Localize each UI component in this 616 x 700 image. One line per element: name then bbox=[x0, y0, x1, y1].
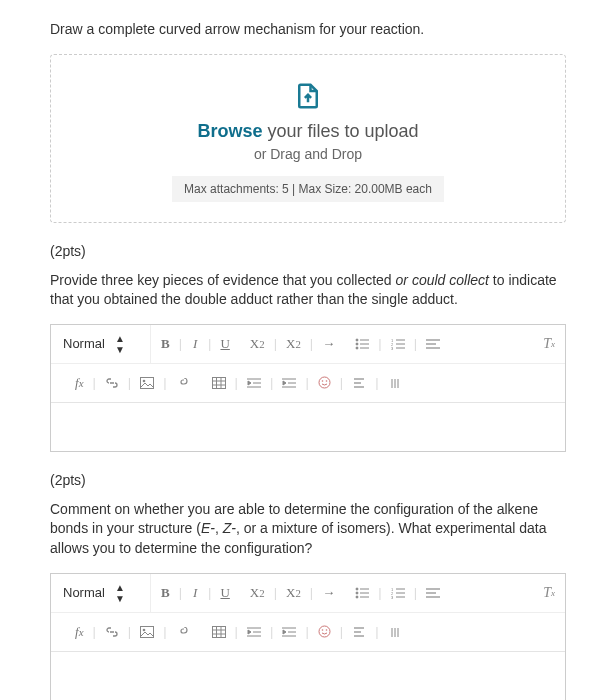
separator: | bbox=[232, 624, 241, 639]
select-arrows-icon: ▲▼ bbox=[115, 333, 125, 355]
arrow-button[interactable]: → bbox=[316, 574, 341, 612]
q2-text-italic: or could collect bbox=[396, 272, 489, 288]
separator: | bbox=[302, 624, 311, 639]
subscript-button[interactable]: X2 bbox=[244, 574, 271, 612]
upload-title-rest: your files to upload bbox=[262, 121, 418, 141]
bullet-list-button[interactable] bbox=[349, 325, 375, 363]
underline-button[interactable]: U bbox=[214, 574, 235, 612]
upload-limits: Max attachments: 5 | Max Size: 20.00MB e… bbox=[172, 176, 444, 202]
clear-format-button[interactable]: Tx bbox=[533, 574, 565, 612]
style-select[interactable]: Normal ▲▼ bbox=[51, 325, 151, 363]
editor-content-area[interactable] bbox=[51, 403, 565, 451]
upload-icon bbox=[293, 81, 323, 111]
image-button[interactable] bbox=[134, 364, 160, 402]
style-select[interactable]: Normal ▲▼ bbox=[51, 574, 151, 612]
svg-point-4 bbox=[356, 347, 358, 349]
separator: | bbox=[307, 585, 316, 600]
underline-button[interactable]: U bbox=[214, 325, 235, 363]
question-1-instruction: Draw a complete curved arrow mechanism f… bbox=[50, 20, 566, 40]
browse-link[interactable]: Browse bbox=[197, 121, 262, 141]
svg-point-30 bbox=[325, 380, 327, 382]
table-button[interactable] bbox=[206, 364, 232, 402]
clear-format-button[interactable]: Tx bbox=[533, 325, 565, 363]
indent-button[interactable] bbox=[276, 364, 302, 402]
svg-rect-17 bbox=[212, 377, 225, 388]
separator: | bbox=[271, 336, 280, 351]
separator: | bbox=[302, 375, 311, 390]
emoji-button[interactable] bbox=[312, 613, 337, 651]
question-3-points: (2pts) bbox=[50, 472, 566, 488]
bullet-list-button[interactable] bbox=[349, 574, 375, 612]
editor-content-area[interactable] bbox=[51, 652, 565, 700]
separator: | bbox=[160, 624, 169, 639]
svg-point-67 bbox=[325, 629, 327, 631]
rtl-button[interactable] bbox=[382, 613, 408, 651]
question-3-instruction: Comment on whether you are able to deter… bbox=[50, 500, 566, 559]
numbered-list-button[interactable]: 123 bbox=[385, 574, 411, 612]
numbered-list-button[interactable]: 123 bbox=[385, 325, 411, 363]
equation-button[interactable]: fx bbox=[69, 613, 89, 651]
upload-subtitle: or Drag and Drop bbox=[71, 146, 545, 162]
svg-point-29 bbox=[321, 380, 323, 382]
editor-toolbar: Normal ▲▼ B | I | U X2 | X2 | → | bbox=[51, 325, 565, 403]
separator: | bbox=[176, 336, 185, 351]
separator: | bbox=[205, 585, 214, 600]
svg-point-53 bbox=[143, 628, 146, 631]
outdent-button[interactable] bbox=[241, 613, 267, 651]
link-button[interactable] bbox=[99, 364, 125, 402]
attachment-button[interactable] bbox=[170, 364, 198, 402]
svg-point-37 bbox=[356, 588, 358, 590]
image-button[interactable] bbox=[134, 613, 160, 651]
svg-rect-54 bbox=[212, 626, 225, 637]
separator: | bbox=[125, 375, 134, 390]
separator: | bbox=[267, 624, 276, 639]
link-button[interactable] bbox=[99, 613, 125, 651]
italic-button[interactable]: I bbox=[185, 325, 205, 363]
separator: | bbox=[176, 585, 185, 600]
svg-point-28 bbox=[319, 377, 330, 388]
file-upload-dropzone[interactable]: Browse your files to upload or Drag and … bbox=[50, 54, 566, 223]
italic-button[interactable]: I bbox=[185, 574, 205, 612]
bold-button[interactable]: B bbox=[155, 325, 176, 363]
emoji-button[interactable] bbox=[312, 364, 337, 402]
outdent-button[interactable] bbox=[241, 364, 267, 402]
indent-button[interactable] bbox=[276, 613, 302, 651]
separator: | bbox=[267, 375, 276, 390]
svg-point-16 bbox=[143, 379, 146, 382]
arrow-button[interactable]: → bbox=[316, 325, 341, 363]
ltr-button[interactable] bbox=[346, 613, 372, 651]
separator: | bbox=[375, 585, 384, 600]
separator: | bbox=[337, 375, 346, 390]
svg-point-39 bbox=[356, 592, 358, 594]
svg-text:3: 3 bbox=[391, 346, 394, 350]
separator: | bbox=[160, 375, 169, 390]
svg-point-65 bbox=[319, 626, 330, 637]
equation-button[interactable]: fx bbox=[69, 364, 89, 402]
subscript-button[interactable]: X2 bbox=[244, 325, 271, 363]
svg-point-66 bbox=[321, 629, 323, 631]
separator: | bbox=[411, 336, 420, 351]
q3-i2: Z- bbox=[223, 520, 236, 536]
q3-mid: , bbox=[215, 520, 223, 536]
align-button[interactable] bbox=[420, 574, 446, 612]
svg-point-2 bbox=[356, 343, 358, 345]
attachment-button[interactable] bbox=[170, 613, 198, 651]
bold-button[interactable]: B bbox=[155, 574, 176, 612]
align-button[interactable] bbox=[420, 325, 446, 363]
rich-text-editor-2: Normal ▲▼ B | I | U X2 | X2 | → | bbox=[50, 573, 566, 700]
question-2-instruction: Provide three key pieces of evidence tha… bbox=[50, 271, 566, 310]
svg-rect-15 bbox=[141, 377, 154, 388]
separator: | bbox=[89, 375, 98, 390]
style-select-label: Normal bbox=[63, 336, 105, 351]
separator: | bbox=[411, 585, 420, 600]
superscript-button[interactable]: X2 bbox=[280, 574, 307, 612]
separator: | bbox=[375, 336, 384, 351]
upload-title: Browse your files to upload bbox=[71, 121, 545, 142]
q3-i1: E- bbox=[201, 520, 215, 536]
svg-point-0 bbox=[356, 339, 358, 341]
rtl-button[interactable] bbox=[382, 364, 408, 402]
rich-text-editor-1: Normal ▲▼ B | I | U X2 | X2 | → | bbox=[50, 324, 566, 452]
table-button[interactable] bbox=[206, 613, 232, 651]
superscript-button[interactable]: X2 bbox=[280, 325, 307, 363]
ltr-button[interactable] bbox=[346, 364, 372, 402]
